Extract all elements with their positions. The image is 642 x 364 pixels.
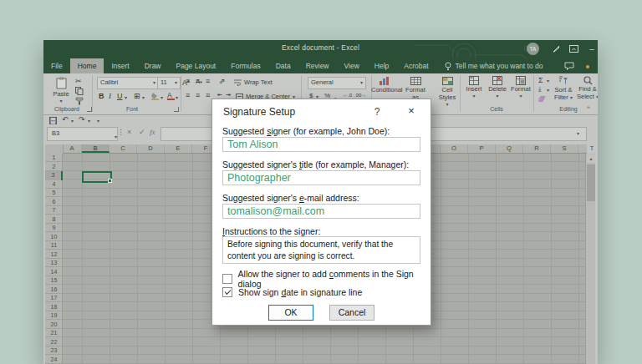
tab-insert[interactable]: Insert	[104, 58, 136, 73]
sort-filter-button[interactable]: Sort & Filter ▾	[552, 76, 575, 101]
row-header-17[interactable]: 17	[45, 294, 63, 303]
instructions-textarea[interactable]: Before signing this document, verify tha…	[222, 236, 420, 264]
column-header-A[interactable]: A	[63, 144, 82, 153]
tab-file[interactable]: File	[43, 58, 70, 73]
font-dialog-launcher[interactable]	[174, 107, 179, 112]
underline-button[interactable]: U	[117, 92, 123, 100]
row-header-21[interactable]: 21	[45, 329, 63, 338]
undo-dropdown[interactable]: ▾	[71, 118, 74, 124]
fill-dropdown[interactable]: ▾	[547, 87, 549, 93]
signer-title-input[interactable]	[222, 170, 420, 185]
find-select-button[interactable]: Find & Select ▾	[577, 76, 598, 100]
row-header-5[interactable]: 5	[45, 189, 63, 198]
bold-button[interactable]: B	[99, 92, 104, 100]
conditional-formatting-button[interactable]: Conditional	[371, 76, 396, 94]
column-header-S[interactable]: S	[551, 144, 578, 153]
align-bottom-icon[interactable]: ≡	[206, 77, 210, 85]
signer-input[interactable]	[222, 137, 420, 152]
collapse-ribbon-icon[interactable]: ^	[587, 104, 590, 112]
row-header-7[interactable]: 7	[45, 206, 63, 215]
row-header-16[interactable]: 16	[45, 286, 63, 295]
underline-dropdown[interactable]: ▾	[125, 94, 127, 100]
tab-data[interactable]: Data	[268, 58, 298, 73]
row-header-1[interactable]: 1	[45, 154, 63, 163]
name-box[interactable]: B3 ▾	[47, 127, 118, 141]
cancel-entry-icon[interactable]: ×	[127, 128, 131, 136]
row-header-23[interactable]: 23	[45, 346, 63, 356]
wrap-text-button[interactable]: Wrap Text	[234, 78, 273, 86]
row-header-22[interactable]: 22	[45, 338, 63, 347]
column-header-E[interactable]: E	[165, 144, 192, 153]
row-header-9[interactable]: 9	[45, 224, 63, 233]
format-as-table-button[interactable]: Format as	[403, 76, 428, 101]
column-header-B[interactable]: B	[82, 144, 110, 153]
row-header-13[interactable]: 13	[45, 259, 63, 268]
insert-function-icon[interactable]: fx	[150, 128, 155, 136]
column-header-T[interactable]: T	[578, 144, 598, 153]
tab-view[interactable]: View	[337, 58, 367, 73]
align-top-icon[interactable]: ≡	[186, 77, 190, 85]
align-right-icon[interactable]: ≡	[206, 91, 210, 99]
ok-button[interactable]: OK	[268, 305, 313, 321]
scroll-up-arrow[interactable]: ▲	[587, 154, 595, 163]
tab-draw[interactable]: Draw	[137, 58, 169, 73]
redo-dropdown[interactable]: ▾	[88, 118, 90, 124]
row-header-10[interactable]: 10	[45, 233, 63, 242]
column-header-R[interactable]: R	[523, 144, 551, 153]
fill-color-dropdown[interactable]: ▾	[160, 94, 163, 100]
autosum-icon[interactable]: Σ	[538, 76, 543, 84]
selected-cell-b3[interactable]	[82, 171, 112, 183]
email-input[interactable]	[222, 204, 420, 219]
avatar[interactable]: TA	[527, 43, 539, 55]
borders-dropdown[interactable]: ▾	[142, 94, 145, 100]
save-icon[interactable]	[49, 117, 57, 124]
insert-cells-button[interactable]: Insert ▾	[461, 76, 487, 99]
row-header-20[interactable]: 20	[45, 321, 63, 330]
tab-acrobat[interactable]: Acrobat	[396, 58, 436, 73]
row-header-2[interactable]: 2	[45, 163, 63, 172]
column-header-Q[interactable]: Q	[496, 144, 523, 153]
column-header-C[interactable]: C	[110, 144, 137, 153]
italic-button[interactable]: I	[109, 92, 111, 100]
column-header-P[interactable]: P	[468, 144, 496, 153]
align-middle-icon[interactable]: ≡	[196, 77, 200, 85]
row-header-15[interactable]: 15	[45, 276, 63, 286]
autosum-dropdown[interactable]: ▾	[547, 78, 549, 83]
align-center-icon[interactable]: ≡	[196, 91, 200, 99]
row-header-14[interactable]: 14	[45, 268, 63, 277]
enter-entry-icon[interactable]: ✓	[139, 128, 145, 136]
allow-comments-checkbox[interactable]	[222, 274, 232, 284]
tab-review[interactable]: Review	[298, 58, 337, 73]
ribbon-display-options-icon[interactable]	[567, 43, 580, 56]
font-color-icon[interactable]: A	[167, 91, 175, 100]
row-header-6[interactable]: 6	[45, 198, 63, 207]
cut-icon[interactable]: ✂	[75, 77, 82, 85]
row-header-18[interactable]: 18	[45, 303, 63, 312]
formula-bar-expand[interactable]: ▾	[577, 130, 579, 136]
row-header-11[interactable]: 11	[45, 241, 63, 250]
align-left-icon[interactable]: ≡	[186, 91, 190, 99]
font-color-dropdown[interactable]: ▾	[176, 94, 178, 100]
row-header-12[interactable]: 12	[45, 250, 63, 260]
comment-icon[interactable]	[564, 62, 574, 70]
cancel-button[interactable]: Cancel	[329, 305, 374, 321]
clear-icon[interactable]	[538, 96, 546, 102]
font-name-select[interactable]: Calibri▾	[97, 77, 159, 89]
fill-handle[interactable]	[108, 179, 112, 183]
column-header-O[interactable]: O	[441, 144, 468, 153]
orientation-icon[interactable]: ⇗	[219, 77, 226, 85]
font-size-select[interactable]: 11▾	[157, 77, 181, 89]
dialog-close-icon[interactable]: ×	[403, 104, 420, 119]
delete-cells-button[interactable]: Delete ▾	[485, 76, 510, 99]
row-header-8[interactable]: 8	[45, 215, 63, 225]
row-header-19[interactable]: 19	[45, 311, 63, 321]
tell-me-box[interactable]: Tell me what you want to do	[445, 58, 543, 73]
copy-icon[interactable]	[75, 87, 84, 95]
undo-icon[interactable]: ↶	[62, 115, 69, 124]
show-date-checkbox[interactable]	[222, 287, 232, 297]
cell-styles-button[interactable]: Cell Styles ▾	[435, 76, 460, 107]
fill-color-icon[interactable]	[150, 92, 160, 100]
format-painter-icon[interactable]	[75, 97, 84, 105]
scrollbar-thumb[interactable]	[587, 164, 595, 201]
row-header-24[interactable]: 24	[45, 356, 63, 364]
